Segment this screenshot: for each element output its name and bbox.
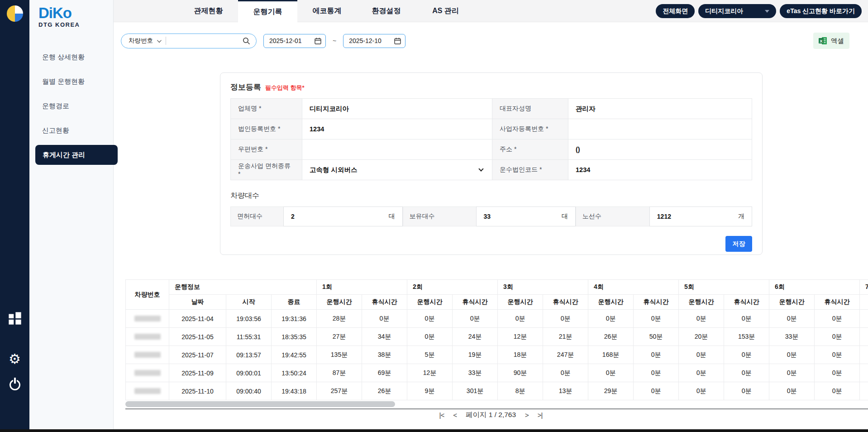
fleet-label: 노선수 <box>576 206 649 226</box>
cell-vehicle-redacted <box>126 346 169 364</box>
cell-session-minutes: 24분 <box>453 328 498 346</box>
top-tabbar: 관제현황운행기록에코통계환경설정AS 관리 전체화면 디티지코리아 eTas 신… <box>114 0 868 22</box>
date-to-input[interactable]: 2025-12-10 <box>343 34 405 48</box>
calendar-icon <box>394 38 401 44</box>
cell-session-minutes: 0분 <box>860 346 868 364</box>
power-icon[interactable] <box>0 379 29 390</box>
table-row: 2025-11-0511:55:3118:35:3527분34분0분24분12분… <box>126 328 868 346</box>
cell-session-minutes: 27분 <box>317 328 362 346</box>
sidebar-item[interactable]: 월별 운행현황 <box>29 72 113 91</box>
form-field-value[interactable]: 1234 <box>568 160 752 180</box>
cell-session-minutes: 0분 <box>543 310 588 328</box>
cell-start: 09:13:57 <box>226 346 272 364</box>
sidebar-item[interactable]: 운행 상세현황 <box>29 47 113 67</box>
cell-session-minutes: 8분 <box>498 382 543 400</box>
cell-session-minutes: 0분 <box>679 310 724 328</box>
svg-text:X: X <box>820 38 823 43</box>
apps-grid-icon-svg <box>8 312 22 325</box>
fleet-unit: 대 <box>389 212 395 221</box>
apps-grid-icon[interactable] <box>0 312 29 325</box>
cell-session-minutes: 0분 <box>724 346 769 364</box>
search-category-select[interactable]: 차량번호 <box>129 37 153 45</box>
brand-mark-icon[interactable] <box>7 5 23 22</box>
fleet-value-input[interactable]: 2대 <box>283 206 403 226</box>
cell-session-minutes: 247분 <box>543 346 588 364</box>
cell-start: 09:00:01 <box>226 364 272 382</box>
prev-page-button[interactable]: < <box>453 411 457 419</box>
cell-session-minutes: 0분 <box>769 382 815 400</box>
etas-report-link-button[interactable]: eTas 신고현황 바로가기 <box>780 4 862 18</box>
cell-session-minutes: 153분 <box>724 328 769 346</box>
form-field-value[interactable]: 1234 <box>302 119 492 139</box>
last-page-button[interactable]: >| <box>538 411 543 419</box>
fleet-value-input[interactable]: 33대 <box>476 206 576 226</box>
fleet-unit: 개 <box>738 212 744 221</box>
cell-start: 19:03:56 <box>226 310 272 328</box>
search-icon[interactable] <box>243 37 250 45</box>
cell-session-minutes: 87분 <box>317 364 362 382</box>
tab[interactable]: 관제현황 <box>179 0 238 22</box>
left-rail: ⚙ <box>0 0 29 432</box>
brand-logo[interactable]: DiKo DTG KOREA <box>29 0 113 28</box>
sidebar-item[interactable]: 휴게시간 관리 <box>35 145 118 165</box>
form-field-value[interactable]: 관리자 <box>568 99 752 119</box>
save-button[interactable]: 저장 <box>725 236 752 252</box>
cell-session-minutes: 34분 <box>362 328 407 346</box>
company-dropdown[interactable]: 디티지코리아 <box>698 4 776 18</box>
col-group-driving-info: 운행정보 <box>169 280 317 295</box>
tab[interactable]: 운행기록 <box>238 0 297 23</box>
cell-session-minutes: 0분 <box>724 364 769 382</box>
cell-session-minutes: 12분 <box>407 364 453 382</box>
tab[interactable]: 환경설정 <box>357 0 416 22</box>
search-input[interactable] <box>171 37 241 44</box>
table-scroll-viewport[interactable]: 차량번호운행정보1회2회3회4회5회6회7회날짜시작종료운행시간휴식시간운행시간… <box>125 279 868 400</box>
form-field-value[interactable]: 디티지코리아 <box>302 99 492 119</box>
save-row: 저장 <box>230 236 752 252</box>
form-field-label: 업체명 * <box>231 99 302 119</box>
cell-session-minutes: 0분 <box>407 328 453 346</box>
cell-session-minutes: 0분 <box>815 382 860 400</box>
cell-date: 2025-11-07 <box>169 346 226 364</box>
fleet-label: 면허대수 <box>230 206 283 226</box>
cell-end: 19:43:18 <box>272 382 317 400</box>
tab-list: 관제현황운행기록에코통계환경설정AS 관리 <box>179 0 475 22</box>
next-page-button[interactable]: > <box>525 411 529 419</box>
first-page-button[interactable]: |< <box>439 411 444 419</box>
form-field-select[interactable]: 고속형 시외버스 <box>302 160 492 180</box>
form-field-value[interactable]: () <box>568 139 752 160</box>
cell-session-minutes: 0분 <box>634 364 679 382</box>
tab[interactable]: 에코통계 <box>297 0 357 22</box>
rest-time-table: 차량번호운행정보1회2회3회4회5회6회7회날짜시작종료운행시간휴식시간운행시간… <box>125 279 868 400</box>
cell-vehicle-redacted <box>126 328 169 346</box>
settings-gear-icon[interactable]: ⚙ <box>0 352 29 366</box>
table-row: 2025-11-1009:00:4019:43:18257분26분9분301분8… <box>126 382 868 400</box>
chevron-down-icon <box>157 38 162 43</box>
form-field-value[interactable] <box>568 119 752 139</box>
excel-export-button[interactable]: X 엑셀 <box>813 33 849 49</box>
cell-session-minutes: 168분 <box>588 346 634 364</box>
table-header-cols: 날짜시작종료운행시간휴식시간운행시간휴식시간운행시간휴식시간운행시간휴식시간운행… <box>126 295 868 310</box>
col-group-session: 3회 <box>498 280 588 295</box>
date-from-input[interactable]: 2025-12-01 <box>263 34 326 48</box>
fleet-value: 33 <box>484 213 491 220</box>
fleet-value: 2 <box>291 213 295 220</box>
fullscreen-button[interactable]: 전체화면 <box>656 4 695 18</box>
col-group-session: 4회 <box>588 280 679 295</box>
tab[interactable]: AS 관리 <box>416 0 475 22</box>
col-header: 운행시간 <box>588 295 634 310</box>
horizontal-scrollbar[interactable] <box>125 401 868 408</box>
col-group-session: 7회 <box>860 280 868 295</box>
form-field-value[interactable] <box>302 139 492 160</box>
form-field-label: 대표자성명 <box>492 99 568 119</box>
sidebar-item[interactable]: 신고현황 <box>29 120 113 140</box>
date-from-value: 2025-12-01 <box>269 37 302 44</box>
app-root: ⚙ DiKo DTG KOREA 운행 상세현황월별 운행현황운행경로신고현황휴… <box>0 0 868 432</box>
fleet-value-input[interactable]: 1212개 <box>649 206 752 226</box>
sidebar-item[interactable]: 운행경로 <box>29 96 113 116</box>
cell-session-minutes: 0분 <box>634 310 679 328</box>
cell-session-minutes: 0분 <box>588 310 634 328</box>
cell-session-minutes: 21분 <box>543 328 588 346</box>
col-header: 종료 <box>272 295 317 310</box>
info-form-grid: 업체명 *디티지코리아대표자성명관리자법인등록번호 *1234사업자등록번호 *… <box>230 98 752 180</box>
scrollbar-thumb[interactable] <box>125 401 395 407</box>
